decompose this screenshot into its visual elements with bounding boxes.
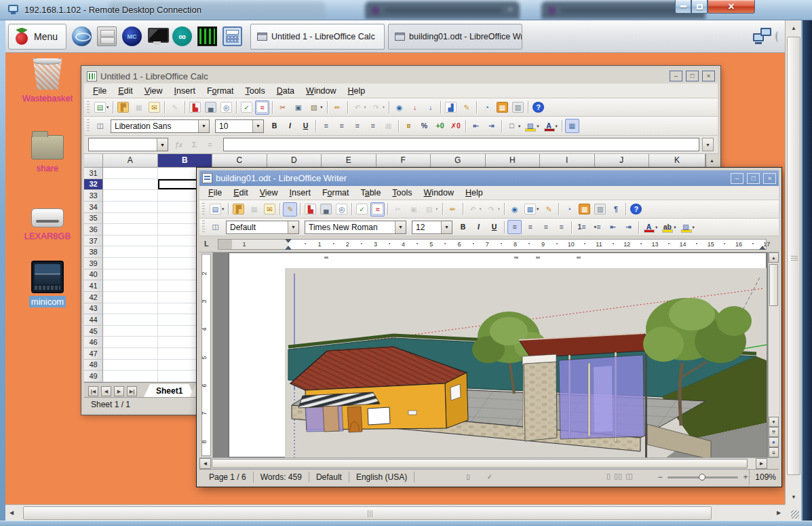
background-color-icon[interactable]: ▨▾ — [523, 119, 540, 133]
row-header-38[interactable]: 38 — [84, 246, 103, 258]
chevron-down-icon[interactable]: ▾ — [364, 105, 366, 110]
cell-A36[interactable] — [103, 224, 158, 236]
help-icon[interactable]: ? — [629, 202, 643, 217]
draw-functions-icon[interactable]: ✎ — [459, 100, 473, 115]
sum-icon[interactable]: Σ — [187, 138, 201, 152]
chevron-down-icon[interactable]: ▾ — [107, 105, 109, 110]
document-image[interactable] — [285, 268, 767, 457]
desktop-icon-lexar8gb[interactable]: LEXAR8GB — [18, 200, 77, 242]
freeze-panes-icon[interactable]: ▦ — [565, 119, 579, 133]
row-header-45[interactable]: 45 — [84, 326, 103, 337]
clone-formatting-icon[interactable]: ✏ — [446, 202, 460, 217]
chevron-down-icon[interactable]: ▾ — [655, 225, 657, 230]
increase-indent-icon[interactable]: ⇥ — [484, 119, 499, 133]
menu-data[interactable]: Data — [271, 85, 300, 97]
expand-formula-bar-icon[interactable]: ▼ — [702, 138, 714, 151]
row-header-44[interactable]: 44 — [84, 314, 103, 326]
first-sheet-icon[interactable]: |◀ — [87, 386, 100, 397]
menu-format[interactable]: Format — [317, 187, 355, 199]
arduino-icon[interactable]: ∞ — [170, 24, 194, 49]
resize-grip[interactable] — [785, 504, 801, 521]
hyperlink-icon[interactable]: ◉ — [392, 100, 406, 115]
insert-table-icon[interactable]: ▦▾ — [523, 202, 540, 217]
cell-A31[interactable] — [103, 168, 158, 179]
help-icon[interactable]: ? — [531, 100, 545, 115]
cell-A49[interactable] — [103, 371, 158, 382]
rdp-vertical-scrollbar[interactable]: ▲ ▼ — [785, 20, 801, 504]
writer-titlebar[interactable]: building01.odt - LibreOffice Writer – □ … — [199, 170, 779, 186]
zoom-in-icon[interactable]: + — [742, 472, 749, 482]
cell-A44[interactable] — [103, 314, 158, 326]
align-left-icon[interactable]: ≡ — [319, 119, 333, 133]
desktop-icon-minicom[interactable]: minicom — [18, 261, 77, 307]
underline-icon[interactable]: U — [298, 119, 313, 133]
zoom-level[interactable]: 109% — [749, 470, 776, 485]
sort-descending-icon[interactable]: ↓ — [423, 100, 438, 115]
row-header-35[interactable]: 35 — [84, 213, 103, 225]
menu-window[interactable]: Window — [301, 85, 341, 97]
name-box[interactable]: ▼ — [88, 138, 168, 151]
column-header-K[interactable]: K — [649, 154, 705, 167]
chevron-down-icon[interactable]: ▾ — [556, 124, 558, 129]
menu-file[interactable]: File — [88, 85, 112, 97]
network-tray-icon[interactable] — [753, 28, 773, 45]
align-center-icon[interactable]: ≡ — [523, 220, 537, 234]
menu-view[interactable]: View — [139, 85, 168, 97]
column-header-H[interactable]: H — [486, 154, 541, 167]
row-header-42[interactable]: 42 — [84, 292, 103, 303]
spelling-icon[interactable]: ✓ — [239, 100, 254, 115]
next-sheet-icon[interactable]: ▶ — [113, 386, 125, 397]
page-style[interactable]: Default — [309, 472, 349, 483]
navigator-icon[interactable]: ◔ — [480, 100, 494, 115]
menu-help[interactable]: Help — [343, 85, 371, 97]
vertical-scrollbar[interactable]: ▲ ▼ ⇈ ● ⇊ — [768, 252, 779, 457]
chevron-down-icon[interactable]: ▾ — [537, 206, 539, 212]
menu-tools[interactable]: Tools — [387, 187, 417, 199]
scrollbar-thumb[interactable] — [787, 37, 800, 475]
left-indent-marker[interactable] — [285, 246, 292, 250]
minimize-button[interactable] — [675, 0, 691, 14]
chevron-down-icon[interactable]: ▾ — [383, 105, 385, 110]
bullet-list-icon[interactable]: •≡ — [590, 220, 604, 234]
column-header-E[interactable]: E — [322, 154, 376, 167]
menu-view[interactable]: View — [254, 187, 284, 199]
file-manager-icon[interactable] — [95, 24, 119, 49]
previous-page-icon[interactable]: ⇈ — [769, 427, 779, 437]
export-pdf-icon[interactable]: ▙ — [188, 100, 202, 115]
document-area[interactable]: 2345678 — [199, 252, 779, 457]
navigator-icon[interactable]: ◔ — [562, 202, 576, 217]
draw-functions-icon[interactable]: ✎ — [541, 202, 556, 217]
scroll-down-icon[interactable]: ▼ — [787, 491, 800, 503]
row-header-47[interactable]: 47 — [84, 348, 103, 360]
currency-icon[interactable]: ¤ — [402, 119, 416, 133]
column-header-J[interactable]: J — [595, 154, 650, 167]
zoom-slider[interactable] — [668, 476, 738, 478]
cell-A40[interactable] — [103, 269, 158, 281]
maximize-icon[interactable]: □ — [686, 71, 699, 81]
volume-tray-icon[interactable] — [775, 31, 781, 42]
bold-icon[interactable]: B — [267, 119, 282, 133]
column-header-B[interactable]: B — [158, 154, 213, 167]
formula-input[interactable] — [223, 138, 699, 151]
menu-table[interactable]: Table — [355, 187, 386, 199]
row-header-49[interactable]: 49 — [84, 371, 103, 382]
row-header-36[interactable]: 36 — [84, 224, 103, 236]
column-header-D[interactable]: D — [267, 154, 322, 167]
decrease-indent-icon[interactable]: ⇤ — [469, 119, 483, 133]
menu-edit[interactable]: Edit — [113, 85, 138, 97]
minimize-icon[interactable]: – — [731, 173, 743, 184]
chevron-down-icon[interactable]: ▾ — [320, 105, 322, 110]
font-size-combo[interactable]: 12 ▼ — [412, 221, 452, 234]
paragraph-style-combo[interactable]: Default ▼ — [226, 221, 299, 234]
spelling-icon[interactable]: ✓ — [355, 202, 369, 217]
gpio-icon[interactable] — [195, 24, 219, 49]
word-count[interactable]: Words: 459 — [254, 472, 309, 483]
add-decimal-icon[interactable]: +0 — [433, 119, 447, 133]
new-document-icon[interactable]: ▤▾ — [93, 100, 110, 115]
bold-icon[interactable]: B — [456, 220, 470, 234]
row-header-41[interactable]: 41 — [84, 280, 103, 292]
copy-icon[interactable]: ▣ — [291, 100, 305, 115]
menu-edit[interactable]: Edit — [228, 187, 254, 199]
font-color-icon[interactable]: A▾ — [542, 119, 559, 133]
scrollbar-thumb[interactable] — [23, 506, 712, 520]
